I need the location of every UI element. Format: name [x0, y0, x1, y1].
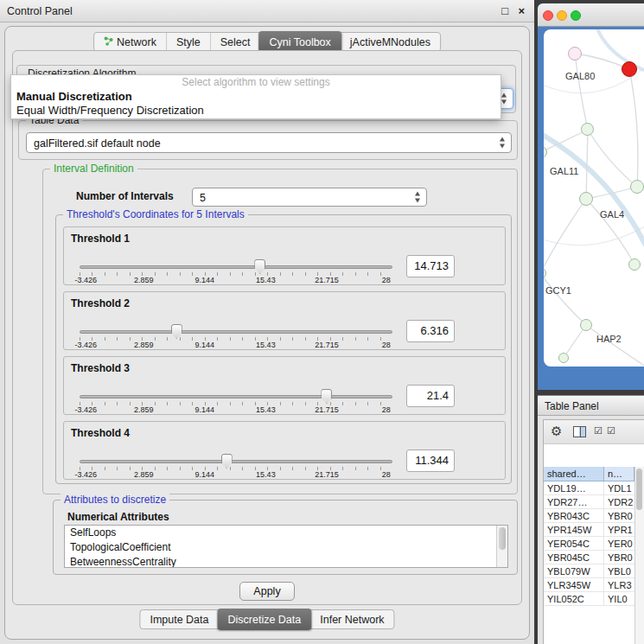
table-data-value: galFiltered.sif default node — [34, 133, 494, 154]
minimize-icon[interactable]: □ — [501, 0, 508, 22]
cell[interactable]: YPR145W — [544, 523, 604, 536]
node[interactable] — [581, 123, 594, 136]
column-header-name[interactable]: n… — [604, 467, 634, 481]
node[interactable] — [628, 258, 641, 271]
threshold-1-slider[interactable]: -3.426 2.859 9.144 15.43 21.715 28 — [80, 258, 392, 284]
table-row[interactable]: YIL052C YIL0 — [544, 592, 634, 606]
cell[interactable]: YDL19… — [544, 481, 604, 494]
node-red-selected[interactable] — [622, 61, 637, 77]
table-row[interactable]: YDR27… YDR2 — [544, 495, 634, 509]
slider-scale: -3.426 2.859 9.144 15.43 21.715 28 — [80, 341, 392, 349]
network-canvas[interactable]: GAL80 GAL11 GAL4 GCY1 HAP2 — [544, 29, 644, 367]
mac-close-button[interactable] — [543, 10, 553, 21]
node[interactable] — [558, 353, 569, 363]
control-panel-window: Control Panel □ × Ne — [0, 0, 534, 644]
cell[interactable]: YBR0 — [604, 509, 634, 522]
threshold-3-value-field[interactable]: 21.4 — [406, 385, 455, 407]
node[interactable] — [630, 180, 644, 194]
tab-label: Discretize Data — [228, 614, 302, 626]
threshold-4-slider[interactable]: -3.426 2.859 9.144 15.43 21.715 28 — [80, 453, 392, 479]
table-row[interactable]: YBR045C YBR0 — [544, 551, 634, 564]
scrollbar-thumb[interactable] — [636, 469, 642, 510]
tab-jactivemnodules[interactable]: jActiveMNodules — [341, 33, 440, 51]
number-of-intervals-combobox[interactable]: 5 — [192, 188, 427, 207]
select-columns-icon[interactable]: ☑ ☑ — [594, 425, 616, 437]
threshold-2-value-field[interactable]: 6.316 — [406, 320, 455, 342]
cell[interactable]: YDR27… — [544, 495, 604, 508]
scale-label: 28 — [382, 405, 391, 414]
cell[interactable]: YIL052C — [544, 592, 604, 605]
slider-track[interactable] — [80, 265, 392, 269]
cell[interactable]: YBR043C — [544, 509, 604, 522]
tab-discretize-data[interactable]: Discretize Data — [218, 609, 312, 630]
table-panel-title: Table Panel — [545, 396, 599, 417]
threshold-2-slider[interactable]: -3.426 2.859 9.144 15.43 21.715 28 — [80, 323, 392, 349]
table-row[interactable]: YPR145W YPR1 — [544, 523, 634, 537]
table-row[interactable]: YLR345W YLR3 — [544, 578, 634, 592]
list-scrollbar[interactable] — [496, 526, 507, 567]
cell[interactable]: YBL079W — [544, 564, 604, 577]
cell[interactable]: YER054C — [544, 537, 604, 550]
cell[interactable]: YLR345W — [544, 578, 604, 591]
stepper-icon — [501, 93, 508, 105]
table-row[interactable]: YER054C YER0 — [544, 537, 634, 551]
cell[interactable]: YLR3 — [604, 578, 634, 591]
slider-track[interactable] — [80, 395, 392, 399]
interval-definition-label: Interval Definition — [50, 163, 137, 175]
threshold-2-box: Threshold 2 6.316 -3.426 2.859 9.144 — [63, 291, 506, 350]
tab-select[interactable]: Select — [210, 33, 260, 51]
threshold-3-slider[interactable]: -3.426 2.859 9.144 15.43 21.715 28 — [80, 388, 392, 414]
table-scrollbar[interactable] — [634, 467, 644, 644]
scale-label: 9.144 — [195, 405, 215, 414]
cell[interactable]: YIL0 — [604, 592, 634, 605]
table-row[interactable]: YDL19… YDL1 — [544, 481, 634, 495]
table-row[interactable]: YBR043C YBR0 — [544, 509, 634, 523]
scale-label: 28 — [382, 470, 391, 479]
thresholds-group: Threshold's Coordinates for 5 Intervals … — [55, 214, 512, 484]
table-toolbar: ⚙ ☑ ☑ — [544, 420, 644, 444]
cell[interactable]: YER0 — [604, 537, 634, 550]
node-hap2[interactable] — [580, 319, 592, 331]
slider-track[interactable] — [80, 330, 392, 334]
mac-zoom-button[interactable] — [571, 10, 581, 21]
scale-label: 9.144 — [195, 276, 215, 284]
close-icon[interactable]: × — [518, 0, 525, 22]
list-item[interactable]: TopologicalCoefficient — [65, 540, 507, 555]
apply-button[interactable]: Apply — [239, 582, 295, 601]
numerical-attributes-list[interactable]: SelfLoops TopologicalCoefficient Between… — [64, 525, 508, 568]
columns-icon[interactable] — [573, 426, 586, 437]
tab-network[interactable]: Network — [94, 33, 166, 51]
column-header-shared-name[interactable]: shared… — [544, 467, 604, 481]
tab-style[interactable]: Style — [166, 33, 210, 51]
table-row[interactable]: YBL079W YBL0 — [544, 564, 634, 578]
tab-infer-network[interactable]: Infer Network — [310, 610, 393, 628]
cell[interactable]: YBR045C — [544, 551, 604, 564]
cell[interactable]: YBR0 — [604, 551, 634, 564]
scale-label: 21.715 — [315, 276, 339, 284]
network-view-window: GAL80 GAL11 GAL4 GCY1 HAP2 — [538, 3, 644, 390]
cell[interactable]: YBL0 — [604, 564, 634, 577]
cell[interactable]: YDL1 — [604, 481, 634, 494]
node-label-gal11: GAL11 — [550, 166, 578, 176]
tab-impute-data[interactable]: Impute Data — [140, 610, 218, 628]
cell[interactable]: YDR2 — [604, 495, 634, 508]
list-item[interactable]: SelfLoops — [65, 526, 507, 540]
table-data-combobox[interactable]: galFiltered.sif default node — [26, 132, 512, 153]
gear-icon[interactable]: ⚙ — [551, 424, 562, 439]
node-gal4[interactable] — [579, 192, 593, 206]
mac-minimize-button[interactable] — [557, 10, 567, 21]
threshold-3-box: Threshold 3 21.4 -3.426 2.859 9.144 — [63, 356, 506, 415]
number-of-intervals-label: Number of Intervals — [76, 190, 174, 202]
list-item[interactable]: BetweennessCentrality — [65, 555, 507, 568]
cell[interactable]: YPR1 — [604, 523, 634, 536]
tab-label: Infer Network — [320, 614, 384, 626]
scale-label: 2.859 — [134, 341, 154, 349]
scrollbar-thumb[interactable] — [499, 527, 506, 550]
threshold-4-value-field[interactable]: 11.344 — [406, 450, 455, 472]
dropdown-option-manual-discretization[interactable]: Manual Discretization — [11, 90, 501, 104]
slider-track[interactable] — [80, 460, 392, 463]
node-gal80[interactable] — [568, 47, 582, 61]
dropdown-option-equal-width[interactable]: Equal Width/Frequency Discretization — [11, 104, 501, 118]
threshold-1-value-field[interactable]: 14.713 — [406, 255, 455, 277]
algorithm-dropdown-popup: Select algorithm to view settings Manual… — [10, 74, 501, 119]
